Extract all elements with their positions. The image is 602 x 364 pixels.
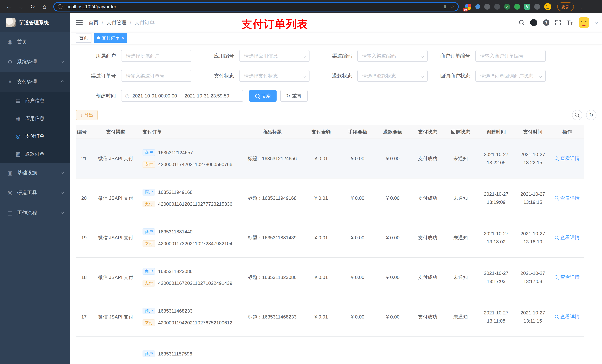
tools-icon: ⚒ [7,190,13,196]
reset-button[interactable]: ↻ 重置 [280,90,308,102]
refresh-icon: ↻ [589,112,593,118]
merchant-tag: 商户 [142,189,155,196]
github-icon[interactable] [530,19,537,26]
check-extension-icon[interactable]: ✓ [504,4,510,10]
hamburger-icon[interactable] [76,20,83,25]
fullscreen-icon[interactable] [555,20,561,25]
fee-amount: ¥ 0.00 [341,297,375,337]
yen-icon: ¥ [7,79,13,85]
filter-label-channel-code: 渠道编码 [312,52,352,59]
font-size-icon[interactable] [567,19,573,26]
filter-label-channel-order-no: 渠道订单号 [76,73,116,79]
search-icon[interactable] [519,20,524,25]
channel-order-no-input[interactable] [121,70,191,82]
view-detail-link[interactable]: 查看详情 [555,234,580,241]
breadcrumb-payment[interactable]: 支付管理 [107,19,127,26]
tab-home[interactable]: 首页 [76,33,91,43]
filter-label-merchant: 所属商户 [76,52,116,59]
refresh-table-button[interactable]: ↻ [586,110,596,120]
app-select[interactable] [239,50,310,62]
sidebar-item-pay-order[interactable]: ◎ 支付订单 [0,127,70,145]
col-header-title: 商品标题 [243,125,302,139]
view-detail-link[interactable]: 查看详情 [555,274,580,281]
filter-label-create-time: 创建时间 [76,93,116,99]
notify-status-select[interactable] [475,70,546,82]
browser-menu-icon[interactable]: ⋮ [578,3,584,10]
merchant-order-no-input[interactable] [475,50,546,62]
sidebar-item-refund-order[interactable]: ▨ 退款订单 [0,145,70,163]
merchant-select[interactable] [121,50,191,62]
share-icon[interactable]: ⇧ [443,4,447,10]
browser-profile-avatar[interactable] [544,3,551,10]
pay-status-select[interactable] [239,70,310,82]
extension-icon-4[interactable] [494,4,500,10]
table-header-row: 编号 支付渠道 支付订单 商品标题 支付金额 手续金额 退款金额 支付状态 回调… [76,125,584,139]
pay-order-no: 4200001167202110271022491439 [158,281,232,286]
sidebar-item-devtools[interactable]: ⚒ 研发工具 [0,183,70,203]
close-icon[interactable]: × [121,36,124,40]
toggle-search-button[interactable] [572,110,582,120]
date-end: 2021-10-31 23:59:59 [184,93,229,99]
extension-icon-6[interactable] [534,4,540,10]
pay-amount: ¥ 0.01 [302,139,341,178]
breadcrumb-separator: / [102,20,103,26]
breadcrumb-current: 支付订单 [135,19,155,26]
extension-icon-2[interactable] [475,4,480,9]
bookmark-star-icon[interactable]: ☆ [450,4,454,10]
breadcrumb-home[interactable]: 首页 [88,19,98,26]
col-header-created: 创建时间 [477,125,515,139]
sidebar-item-payment[interactable]: ¥ 支付管理 [0,72,70,92]
extension-icon-1[interactable]: 10 [465,4,471,10]
order-id: 20 [76,178,93,218]
extension-icon-3[interactable] [484,4,490,10]
order-id: 19 [76,218,93,258]
vue-devtools-icon[interactable]: V [524,4,530,10]
sidebar-item-home[interactable]: ◉ 首页 [0,32,70,52]
tab-pay-order[interactable]: 支付订单 × [94,33,127,43]
date-separator: - [180,93,182,99]
sidebar-item-merchant-info[interactable]: ▤ 商户信息 [0,92,70,110]
pay-tag: 支付 [142,161,155,168]
paid-time: 2021-10-27 13:11:15 [515,297,550,337]
user-avatar[interactable] [579,17,589,28]
product-title: 标题：1635311468233 [243,297,302,337]
channel-code-select[interactable] [357,50,428,62]
refund-status-select[interactable] [357,70,428,82]
reload-icon[interactable]: ↻ [27,1,38,12]
date-start: 2021-10-01 00:00:00 [132,93,177,99]
sidebar-item-workflow[interactable]: ◫ 工作流程 [0,203,70,223]
breadcrumb-separator: / [130,20,131,26]
refresh-icon: ↻ [286,93,290,99]
breadcrumb: 首页 / 支付管理 / 支付订单 [88,19,155,26]
sidebar: 芋道管理系统 ◉ 首页 ⚙ 系统管理 ¥ 支付管理 ▤ 商户信息 ▦ 应用信息 [0,13,70,364]
chevron-down-icon[interactable] [594,20,598,24]
paid-time: 2021-10-27 13:19:15 [515,178,550,218]
chevron-up-icon [61,81,64,84]
sidebar-item-infra[interactable]: ▣ 基础设施 [0,163,70,183]
view-detail-link[interactable]: 查看详情 [555,195,580,201]
created-time [477,337,515,364]
view-detail-link[interactable]: 查看详情 [555,155,580,162]
pay-status: 支付成功 [411,218,444,258]
view-detail-link[interactable]: 查看详情 [555,313,580,320]
site-info-icon[interactable]: ⓘ [58,3,63,10]
extension-icon-5[interactable] [514,4,520,10]
create-time-range-picker[interactable]: ◷ 2021-10-01 00:00:00 - 2021-10-31 23:59… [121,90,243,102]
export-button[interactable]: ↓ 导出 [76,110,98,120]
merchant-tag: 商户 [142,351,155,357]
forward-icon[interactable]: → [16,1,26,12]
paid-time [515,337,550,364]
search-button[interactable]: 搜索 [249,90,277,102]
help-icon[interactable] [543,20,549,26]
paid-time: 2021-10-27 13:22:15 [515,139,550,178]
address-bar[interactable]: ⓘ localhost:1024/pay/order ⇧ ☆ [53,2,459,11]
merchant-tag: 商户 [142,268,155,275]
bank-card-icon: ▤ [15,97,22,104]
sidebar-item-system[interactable]: ⚙ 系统管理 [0,52,70,72]
fee-amount: ¥ 0.00 [341,178,375,218]
home-icon[interactable]: ⌂ [39,1,50,12]
back-icon[interactable]: ← [4,1,14,12]
sidebar-item-app-info[interactable]: ▦ 应用信息 [0,110,70,127]
chrome-update-button[interactable]: 更新 [557,2,574,11]
url-text[interactable]: localhost:1024/pay/order [65,4,440,10]
